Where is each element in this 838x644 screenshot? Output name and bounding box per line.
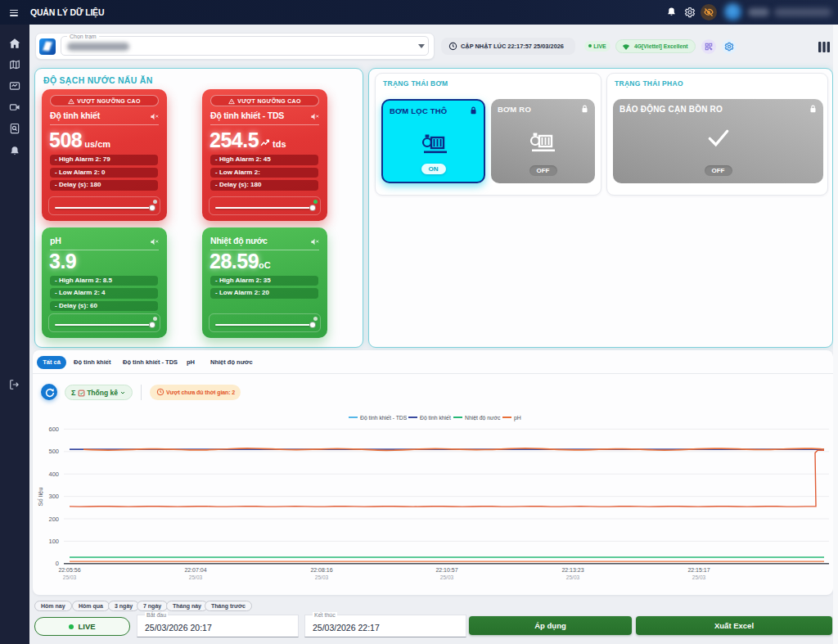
svg-text:22:05:56: 22:05:56 [58,567,80,573]
svg-text:25/03: 25/03 [692,574,706,580]
svg-text:22:15:17: 22:15:17 [687,567,710,573]
svg-text:25/03: 25/03 [189,574,203,580]
svg-text:0: 0 [56,560,59,567]
svg-text:600: 600 [48,426,59,433]
svg-text:Số liệu: Số liệu [37,488,44,507]
svg-text:25/03: 25/03 [315,574,329,580]
svg-text:22:08:16: 22:08:16 [310,567,332,573]
svg-text:Độ tinh khiết: Độ tinh khiết [420,414,451,421]
svg-text:Nhiệt độ nước: Nhiệt độ nước [465,415,501,421]
svg-text:Độ tinh khiết - TDS: Độ tinh khiết - TDS [360,414,408,421]
svg-text:300: 300 [48,493,59,500]
svg-text:22:07:04: 22:07:04 [184,567,206,573]
svg-text:22:10:57: 22:10:57 [435,567,457,573]
svg-text:25/03: 25/03 [440,574,454,580]
svg-text:pH: pH [514,415,521,421]
svg-text:500: 500 [48,448,59,455]
svg-text:200: 200 [48,516,59,523]
svg-text:25/03: 25/03 [566,574,580,580]
svg-text:22:13:23: 22:13:23 [561,567,583,573]
svg-text:100: 100 [48,538,59,545]
svg-text:400: 400 [48,471,59,478]
svg-text:25/03: 25/03 [63,574,77,580]
